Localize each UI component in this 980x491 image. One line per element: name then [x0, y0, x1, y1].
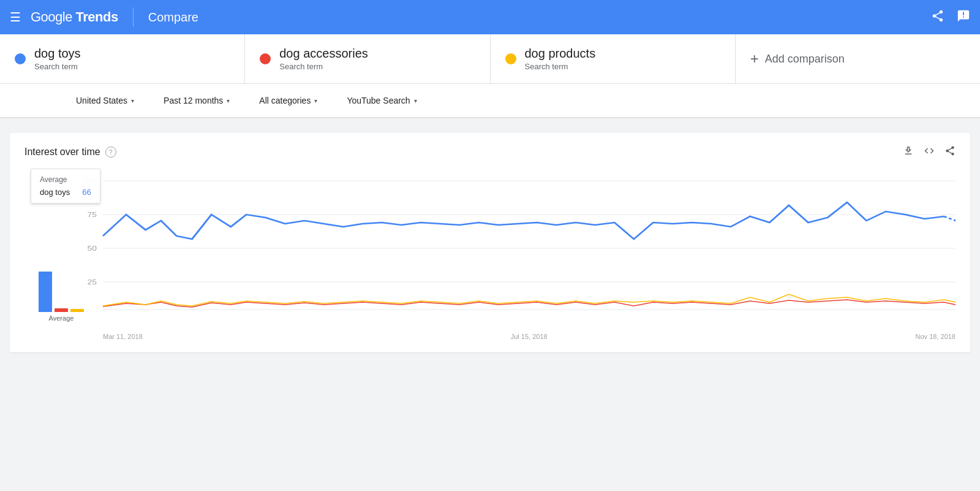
card-title: Interest over time [24, 147, 100, 158]
bar-dog-accessories [55, 308, 68, 312]
location-label: United States [76, 96, 127, 105]
time-arrow-icon: ▾ [227, 97, 230, 104]
dog-toys-type: Search term [34, 62, 81, 71]
main-content: Interest over time ? Avera [0, 118, 980, 367]
source-filter[interactable]: YouTube Search ▾ [332, 84, 431, 117]
search-term-dog-products[interactable]: dog products Search term [491, 34, 736, 83]
tooltip-row: dog toys 66 [40, 188, 91, 197]
x-label-mar: Mar 11, 2018 [103, 333, 143, 340]
category-filter[interactable]: All categories ▾ [244, 84, 332, 117]
interest-over-time-card: Interest over time ? Avera [10, 133, 970, 352]
dog-accessories-text: dog accessories Search term [279, 47, 368, 71]
filter-bar: United States ▾ Past 12 months ▾ All cat… [0, 84, 980, 118]
dog-accessories-name: dog accessories [279, 47, 368, 61]
dog-products-text: dog products Search term [525, 47, 596, 71]
dog-toys-text: dog toys Search term [34, 47, 81, 71]
app-logo: Google Trends [31, 9, 118, 25]
tooltip-box: Average dog toys 66 [31, 169, 100, 204]
card-actions [903, 145, 956, 159]
x-axis-labels: Mar 11, 2018 Jul 15, 2018 Nov 18, 2018 [103, 330, 956, 340]
add-plus-icon: + [750, 50, 759, 67]
x-label-nov: Nov 18, 2018 [916, 333, 956, 340]
card-header: Interest over time ? [24, 145, 956, 159]
card-title-row: Interest over time ? [24, 147, 116, 158]
dog-products-name: dog products [525, 47, 596, 61]
share-icon[interactable] [931, 9, 944, 26]
location-arrow-icon: ▾ [131, 97, 134, 104]
dog-toys-line [103, 202, 944, 239]
line-chart-wrapper: 100 75 50 25 Mar 11, 2018 Jul 1 [98, 169, 956, 340]
dog-accessories-dot [260, 53, 271, 64]
header-divider [133, 7, 134, 27]
dog-toys-dot [15, 53, 26, 64]
svg-text:50: 50 [87, 245, 97, 252]
share-chart-icon[interactable] [944, 145, 956, 159]
dog-products-type: Search term [525, 62, 596, 71]
header-actions [931, 9, 970, 26]
source-arrow-icon: ▾ [414, 97, 417, 104]
add-comparison-label: Add comparison [765, 53, 845, 66]
search-terms-bar: dog toys Search term dog accessories Sea… [0, 34, 980, 84]
time-filter[interactable]: Past 12 months ▾ [149, 84, 244, 117]
dog-toys-dashed [944, 216, 956, 221]
dog-products-line [103, 294, 956, 306]
dog-accessories-type: Search term [279, 62, 368, 71]
dog-toys-name: dog toys [34, 47, 81, 61]
download-icon[interactable] [903, 145, 914, 159]
help-icon[interactable]: ? [105, 147, 116, 158]
bar-dog-products [70, 309, 84, 312]
location-filter[interactable]: United States ▾ [61, 84, 149, 117]
search-term-dog-toys[interactable]: dog toys Search term [0, 34, 245, 83]
category-label: All categories [259, 96, 311, 105]
svg-text:25: 25 [87, 278, 97, 286]
chart-left-panel: Average dog toys 66 Average [24, 169, 98, 340]
embed-icon[interactable] [924, 145, 935, 159]
add-comparison-button[interactable]: + Add comparison [736, 34, 980, 83]
app-header: ☰ Google Trends Compare [0, 0, 980, 34]
svg-text:75: 75 [87, 211, 97, 218]
bar-chart-label: Average [49, 314, 74, 322]
dog-products-dot [505, 53, 516, 64]
menu-icon[interactable]: ☰ [10, 10, 21, 25]
bar-dog-toys [39, 272, 52, 312]
chart-container: Average dog toys 66 Average [24, 169, 956, 340]
average-bar-chart [39, 263, 84, 312]
search-term-dog-accessories[interactable]: dog accessories Search term [245, 34, 490, 83]
x-label-jul: Jul 15, 2018 [511, 333, 548, 340]
compare-label: Compare [148, 10, 198, 25]
tooltip-title: Average [40, 175, 91, 184]
feedback-icon[interactable] [957, 9, 970, 26]
category-arrow-icon: ▾ [314, 97, 317, 104]
tooltip-value: 66 [82, 188, 91, 197]
line-chart-svg: 100 75 50 25 [103, 169, 956, 328]
tooltip-term: dog toys [40, 188, 70, 197]
source-label: YouTube Search [347, 96, 410, 105]
time-label: Past 12 months [164, 96, 223, 105]
